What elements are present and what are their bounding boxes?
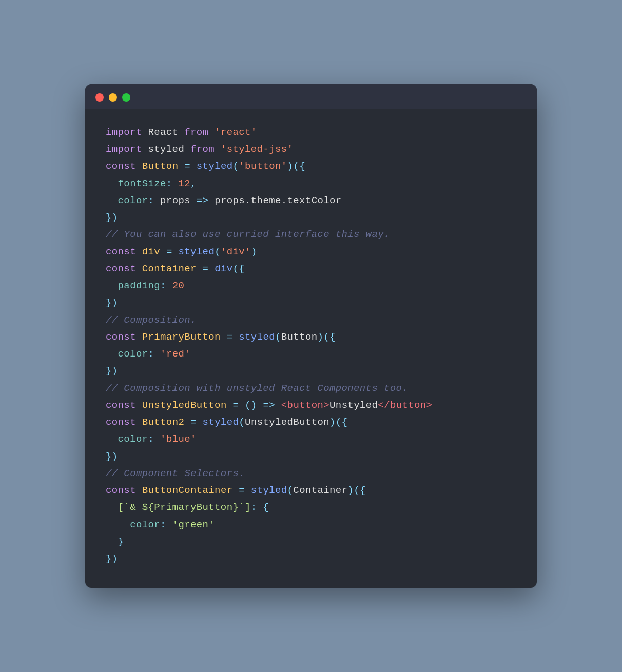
code-line-24: color: 'green' xyxy=(106,517,516,533)
code-line-21: // Component Selectors. xyxy=(106,465,516,482)
code-line-23: [`& ${PrimaryButton}`]: { xyxy=(106,499,516,516)
code-editor-window: import React from 'react' import styled … xyxy=(85,84,537,588)
code-line-14: color: 'red' xyxy=(106,346,516,363)
code-line-18: const Button2 = styled(UnstyledButton)({ xyxy=(106,414,516,431)
code-line-17: const UnstyledButton = () => <button>Uns… xyxy=(106,397,516,414)
titlebar xyxy=(85,84,537,109)
code-line-6: }) xyxy=(106,209,516,226)
code-line-11: }) xyxy=(106,294,516,311)
code-line-26: }) xyxy=(106,550,516,567)
code-line-4: fontSize: 12, xyxy=(106,175,516,192)
code-line-1: import React from 'react' xyxy=(106,124,516,141)
code-line-9: const Container = div({ xyxy=(106,261,516,278)
code-line-8: const div = styled('div') xyxy=(106,244,516,261)
close-button[interactable] xyxy=(95,93,104,102)
code-line-5: color: props => props.theme.textColor xyxy=(106,192,516,209)
minimize-button[interactable] xyxy=(109,93,117,102)
code-line-19: color: 'blue' xyxy=(106,431,516,448)
code-line-22: const ButtonContainer = styled(Container… xyxy=(106,482,516,499)
code-line-20: }) xyxy=(106,448,516,465)
code-line-13: const PrimaryButton = styled(Button)({ xyxy=(106,329,516,346)
code-line-16: // Composition with unstyled React Compo… xyxy=(106,380,516,397)
code-line-10: padding: 20 xyxy=(106,278,516,294)
code-line-25: } xyxy=(106,533,516,550)
code-block: import React from 'react' import styled … xyxy=(85,109,537,588)
code-line-12: // Composition. xyxy=(106,312,516,329)
code-line-2: import styled from 'styled-jss' xyxy=(106,141,516,158)
code-line-3: const Button = styled('button')({ xyxy=(106,158,516,175)
code-line-7: // You can also use curried interface th… xyxy=(106,226,516,243)
maximize-button[interactable] xyxy=(122,93,130,102)
code-line-15: }) xyxy=(106,363,516,380)
